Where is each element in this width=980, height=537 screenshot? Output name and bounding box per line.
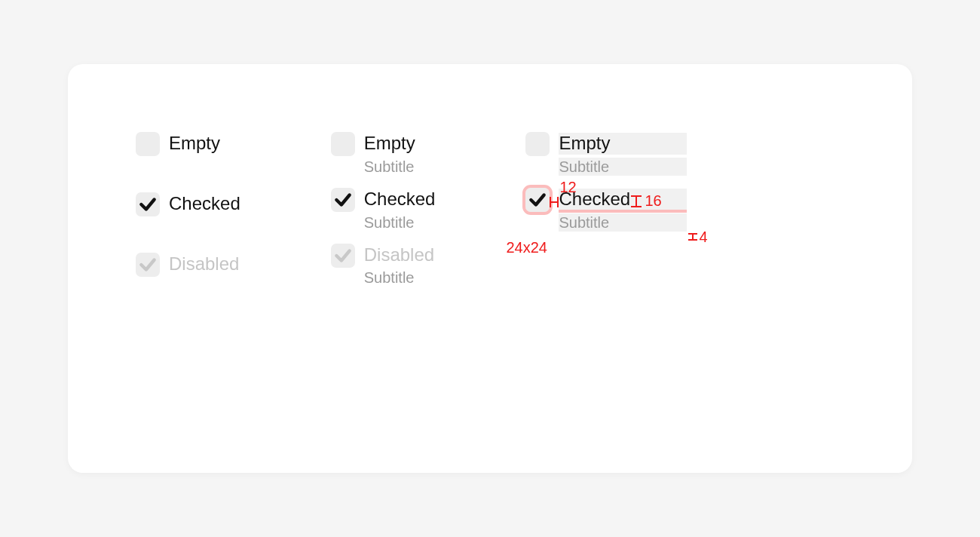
redline-gap-horizontal-label: 12: [559, 179, 576, 196]
checkbox-subtitle: Subtitle: [559, 213, 687, 232]
checkbox-disabled: [136, 253, 160, 277]
checkbox-empty[interactable]: [136, 132, 160, 156]
checkbox-label: Checked: [364, 189, 436, 210]
check-icon: [138, 255, 158, 275]
checkbox-subtitle: Subtitle: [364, 158, 415, 176]
label-group: Checked Subtitle: [364, 188, 436, 232]
column-with-subtitle: Empty Subtitle Checked Subtitle Disabled…: [331, 132, 436, 428]
column-basic: Empty Checked Disabled: [136, 132, 240, 428]
checkbox-label: Checked: [559, 189, 687, 210]
checkbox-item-empty: Empty Subtitle: [331, 132, 436, 176]
checkbox-label: Empty: [169, 133, 220, 155]
check-icon: [333, 190, 353, 210]
checkbox-checked[interactable]: [525, 188, 550, 212]
checkbox-empty[interactable]: [525, 132, 550, 156]
checkbox-subtitle: Subtitle: [364, 213, 436, 232]
checkbox-label: Checked: [169, 193, 240, 215]
checkbox-item-checked: Checked Subtitle: [331, 188, 436, 232]
checkbox-subtitle: Subtitle: [364, 268, 434, 287]
checkbox-item-empty: Empty: [136, 132, 240, 156]
label-group: Checked Subtitle: [559, 188, 687, 232]
redline-gap-vertical-label: 16: [645, 192, 661, 210]
label-group: Disabled: [169, 253, 239, 275]
checkbox-subtitle: Subtitle: [559, 158, 687, 176]
redline-gap-subtitle-icon: [688, 233, 697, 241]
checkbox-label: Disabled: [364, 244, 434, 266]
redline-gap-horizontal-icon: [550, 197, 559, 207]
redline-gap-subtitle-label: 4: [699, 229, 707, 246]
checkbox-checked[interactable]: [136, 192, 160, 216]
check-icon: [333, 246, 353, 265]
checkbox-item-disabled: Disabled Subtitle: [331, 244, 436, 287]
column-redline-spec: Empty Subtitle Checked Subtitle 12: [525, 132, 687, 428]
redline-gap-vertical-icon: [631, 195, 642, 207]
checkbox-checked[interactable]: [331, 188, 355, 212]
label-group: Empty Subtitle: [559, 132, 687, 176]
spec-card: Empty Checked Disabled Empty Subt: [68, 64, 912, 473]
checkbox-item-empty: Empty Subtitle: [525, 132, 687, 176]
checkbox-item-disabled: Disabled: [136, 253, 240, 277]
check-icon: [138, 195, 158, 214]
checkbox-item-checked: Checked Subtitle: [525, 188, 687, 232]
label-group: Empty: [169, 132, 220, 155]
checkbox-label: Disabled: [169, 253, 239, 275]
checkbox-label: Empty: [364, 133, 415, 155]
checkbox-empty[interactable]: [331, 132, 355, 156]
checkbox-item-checked: Checked: [136, 192, 240, 216]
label-group: Checked: [169, 192, 240, 215]
checkbox-disabled: [331, 244, 355, 268]
redline-title-subtitle-gap: [559, 210, 687, 213]
checkbox-label: Empty: [559, 133, 687, 155]
label-group: Disabled Subtitle: [364, 244, 434, 287]
redline-checkbox-size-label: 24x24: [506, 239, 547, 256]
label-group: Empty Subtitle: [364, 132, 415, 176]
check-icon: [528, 190, 547, 210]
